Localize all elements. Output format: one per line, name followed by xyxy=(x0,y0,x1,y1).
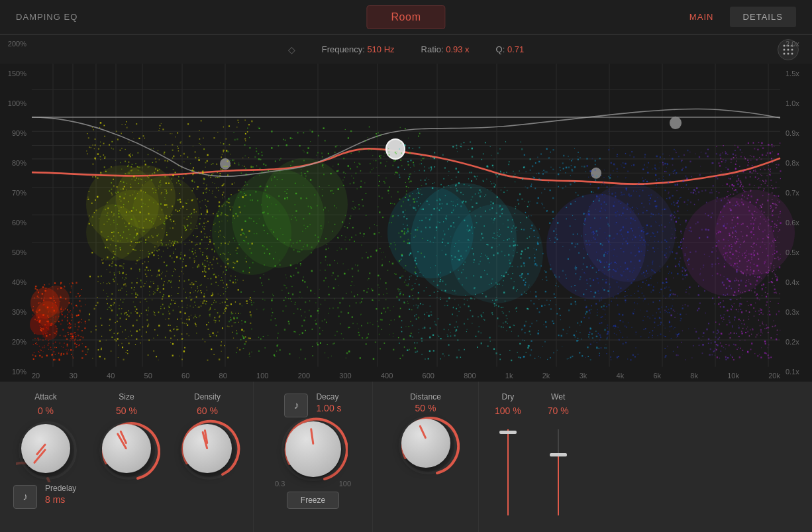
svg-rect-4673 xyxy=(742,354,743,354)
attack-knob-container[interactable] xyxy=(21,424,70,473)
svg-rect-2966 xyxy=(471,227,472,229)
preset-button[interactable]: Room xyxy=(366,5,445,29)
distance-knob-container[interactable] xyxy=(401,419,450,468)
svg-rect-1165 xyxy=(196,333,197,333)
svg-rect-3306 xyxy=(549,223,550,224)
svg-rect-3131 xyxy=(531,292,531,292)
svg-rect-2187 xyxy=(358,163,360,164)
svg-rect-4074 xyxy=(633,312,634,313)
svg-rect-2236 xyxy=(393,160,395,162)
size-knob-container[interactable] xyxy=(102,424,151,473)
svg-rect-1825 xyxy=(269,197,270,198)
decay-knob-container[interactable] xyxy=(285,421,341,477)
svg-rect-3080 xyxy=(500,172,501,173)
dry-slider[interactable] xyxy=(500,429,516,515)
svg-rect-2417 xyxy=(394,242,395,242)
svg-rect-2055 xyxy=(369,127,370,128)
svg-rect-1872 xyxy=(401,205,402,207)
svg-rect-3240 xyxy=(570,357,572,358)
svg-rect-4819 xyxy=(752,247,753,248)
svg-rect-3333 xyxy=(609,269,611,270)
svg-rect-898 xyxy=(222,185,223,186)
svg-rect-3557 xyxy=(605,279,607,280)
svg-rect-4303 xyxy=(715,337,717,338)
svg-rect-1273 xyxy=(185,244,185,244)
svg-rect-3957 xyxy=(648,195,650,196)
svg-rect-1902 xyxy=(238,244,240,245)
svg-rect-2886 xyxy=(430,241,431,242)
svg-rect-647 xyxy=(223,287,224,288)
svg-rect-970 xyxy=(207,189,207,190)
svg-rect-2811 xyxy=(497,252,498,254)
svg-rect-716 xyxy=(182,206,183,208)
svg-rect-2196 xyxy=(252,262,254,264)
distance-section: Distance 50 % xyxy=(373,382,479,532)
svg-rect-1988 xyxy=(303,319,305,321)
svg-rect-3033 xyxy=(473,275,474,276)
svg-rect-405 xyxy=(157,241,158,242)
svg-rect-1499 xyxy=(225,203,225,203)
svg-rect-4553 xyxy=(748,162,749,163)
svg-rect-1717 xyxy=(323,209,324,210)
svg-rect-3364 xyxy=(535,291,536,292)
predelay-note-button[interactable]: ♪ xyxy=(13,485,37,509)
svg-rect-131 xyxy=(61,352,62,353)
svg-rect-4315 xyxy=(716,242,717,243)
svg-rect-1257 xyxy=(127,226,127,227)
svg-rect-955 xyxy=(91,203,93,204)
svg-rect-3038 xyxy=(446,301,448,302)
svg-rect-4601 xyxy=(747,160,748,161)
svg-rect-2188 xyxy=(242,323,242,324)
svg-rect-4856 xyxy=(748,281,749,282)
wet-slider[interactable] xyxy=(550,429,566,515)
svg-rect-3666 xyxy=(664,158,665,160)
density-knob-container[interactable] xyxy=(183,424,232,473)
svg-rect-3296 xyxy=(558,186,559,187)
svg-rect-4023 xyxy=(665,189,666,191)
svg-rect-2550 xyxy=(456,148,458,149)
svg-rect-4504 xyxy=(748,260,749,261)
svg-rect-484 xyxy=(166,191,166,193)
svg-rect-3129 xyxy=(578,152,579,153)
main-tab-button[interactable]: MAIN xyxy=(676,7,727,27)
svg-rect-4307 xyxy=(724,263,725,264)
svg-rect-382 xyxy=(208,268,209,270)
svg-rect-4065 xyxy=(616,297,617,299)
svg-rect-4249 xyxy=(725,245,725,246)
svg-rect-903 xyxy=(131,210,132,211)
svg-rect-234 xyxy=(44,347,45,348)
svg-rect-2212 xyxy=(256,150,257,152)
svg-rect-3330 xyxy=(572,215,573,216)
svg-rect-1050 xyxy=(230,194,231,195)
svg-rect-4723 xyxy=(729,245,730,246)
svg-rect-2411 xyxy=(404,282,405,283)
svg-rect-850 xyxy=(144,138,145,138)
y-label-right-02: 0.2x xyxy=(780,338,812,346)
details-tab-button[interactable]: DETAILS xyxy=(730,7,797,27)
svg-rect-4544 xyxy=(759,354,760,354)
svg-rect-2686 xyxy=(427,201,428,202)
svg-rect-978 xyxy=(227,299,228,300)
decay-note-button[interactable]: ♪ xyxy=(284,394,308,417)
svg-rect-4078 xyxy=(602,316,603,317)
freeze-button[interactable]: Freeze xyxy=(287,492,339,509)
svg-rect-1088 xyxy=(174,335,176,337)
svg-rect-2027 xyxy=(315,235,316,236)
svg-rect-4873 xyxy=(773,242,774,242)
svg-rect-2269 xyxy=(296,219,297,221)
svg-rect-4463 xyxy=(731,158,732,160)
svg-rect-1037 xyxy=(149,199,150,200)
svg-rect-164 xyxy=(41,330,42,331)
svg-rect-3949 xyxy=(621,274,621,275)
svg-rect-2369 xyxy=(345,173,346,174)
svg-rect-3776 xyxy=(682,274,683,275)
svg-rect-4813 xyxy=(760,159,761,160)
svg-rect-1350 xyxy=(193,170,195,172)
svg-rect-906 xyxy=(244,138,246,139)
svg-rect-1777 xyxy=(329,313,329,313)
svg-rect-2684 xyxy=(407,231,409,232)
svg-rect-2093 xyxy=(279,260,279,260)
svg-rect-3513 xyxy=(599,355,599,356)
svg-rect-3517 xyxy=(664,348,666,349)
svg-rect-2019 xyxy=(389,324,390,325)
